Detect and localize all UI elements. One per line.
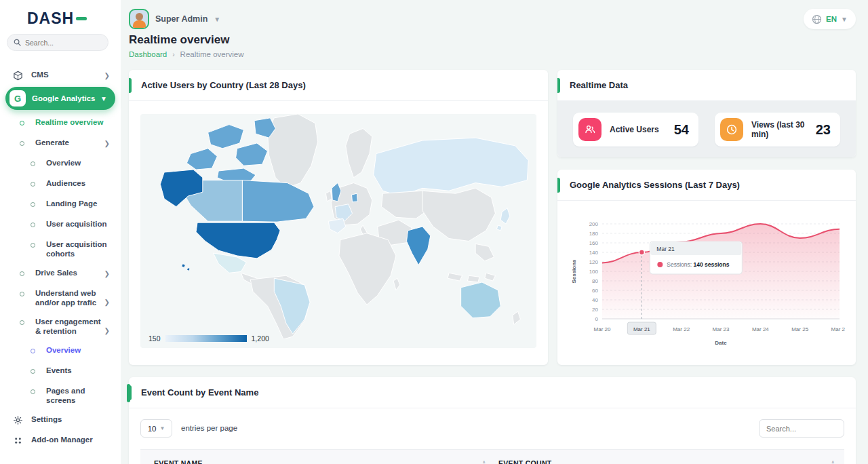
brand-logo[interactable]: DASH <box>27 9 87 28</box>
country-ireland[interactable] <box>326 191 332 201</box>
sidebar-item-landing-page[interactable]: Landing Page <box>0 194 121 214</box>
chevron-down-icon: ▼ <box>159 425 165 431</box>
sidebar-item-realtime-overview[interactable]: Realtime overview <box>0 113 121 133</box>
country-spain[interactable] <box>328 218 345 233</box>
x-axis-title: Date <box>715 340 727 346</box>
x-tick-label: Mar 24 <box>752 326 769 332</box>
sidebar-item-generate[interactable]: Generate❯ <box>0 133 121 153</box>
sidebar-scrollbar-thumb[interactable] <box>127 384 130 402</box>
card-accent-bar <box>129 78 132 93</box>
x-tick-label: Mar 26 <box>831 326 845 332</box>
world-map[interactable]: 150 1,200 <box>140 114 536 348</box>
y-tick-label: 60 <box>592 288 598 294</box>
user-menu[interactable]: Super Admin ▼ <box>129 9 220 29</box>
dot-icon <box>16 268 27 279</box>
language-selector[interactable]: EN ▼ <box>804 9 856 29</box>
y-tick-label: 100 <box>589 269 599 275</box>
y-tick-label: 20 <box>592 307 598 313</box>
country-africa[interactable] <box>339 233 396 305</box>
search-input[interactable] <box>25 39 100 47</box>
chevron-right-icon: ❯ <box>104 72 110 79</box>
sidebar-item-settings[interactable]: Settings <box>0 410 121 430</box>
sessions-card-title: Google Analytics Sessions (Last 7 Days) <box>570 180 740 190</box>
y-tick-label: 120 <box>589 259 599 265</box>
y-tick-label: 0 <box>595 316 599 322</box>
sidebar-item-label: Generate <box>35 138 106 147</box>
sidebar-item-add-on-manager[interactable]: Add-on Manager <box>0 430 121 450</box>
sidebar-item-events[interactable]: Events <box>0 361 121 381</box>
brand-logo-text: DASH <box>27 9 74 28</box>
search-icon <box>14 39 21 46</box>
sessions-chart-card: Google Analytics Sessions (Last 7 Days) … <box>557 170 856 365</box>
sidebar-item-google-analytics[interactable]: GGoogle Analytics▼ <box>5 87 115 110</box>
dot-icon <box>27 158 38 169</box>
sidebar-item-cms[interactable]: CMS❯ <box>0 65 121 85</box>
tooltip-title: Mar 21 <box>656 246 675 252</box>
country-russia[interactable] <box>374 138 528 196</box>
country-japan[interactable] <box>496 208 510 231</box>
country-hawaii[interactable] <box>182 264 191 271</box>
language-label: EN <box>826 15 837 23</box>
country-greenland[interactable] <box>268 114 318 188</box>
y-axis-title: Sessions <box>571 259 577 284</box>
x-tick-label: Mar 21 <box>633 326 650 332</box>
sidebar-item-user-acquisition-cohorts[interactable]: User acquisition cohorts <box>0 235 121 263</box>
country-china[interactable] <box>422 188 495 241</box>
stat-views-last-30-min-: Views (last 30 min)23 <box>715 113 840 147</box>
country-madagascar[interactable] <box>393 278 400 290</box>
sort-icon[interactable]: ▲▼ <box>482 460 486 464</box>
realtime-card-title: Realtime Data <box>570 80 628 90</box>
column-header-event-name[interactable]: EVENT NAME <box>154 459 203 464</box>
y-tick-label: 180 <box>589 231 599 237</box>
sidebar-item-overview[interactable]: Overview <box>0 153 121 174</box>
sidebar-item-label: User acquisition cohorts <box>46 239 111 258</box>
sidebar-search[interactable] <box>7 34 108 51</box>
entries-per-page-select[interactable]: 10 ▼ <box>140 419 172 438</box>
map-card: Active Users by Country (Last 28 Days) 1… <box>129 70 548 365</box>
g-icon: G <box>9 90 26 107</box>
choropleth-map-svg <box>140 114 536 339</box>
dot-icon <box>27 219 38 230</box>
country-usa[interactable] <box>196 223 280 258</box>
sidebar-item-label: Overview <box>46 345 111 355</box>
sidebar-item-label: Audiences <box>46 178 111 188</box>
dot-icon <box>16 138 27 149</box>
sidebar-item-label: CMS <box>31 70 102 79</box>
country-australia[interactable] <box>461 282 501 318</box>
sidebar-item-audiences[interactable]: Audiences <box>0 174 121 194</box>
sort-icon[interactable]: ▲▼ <box>831 460 835 464</box>
dot-icon <box>27 239 38 250</box>
sidebar-item-drive-sales[interactable]: Drive Sales❯ <box>0 263 121 284</box>
country-seasia[interactable] <box>475 244 494 260</box>
x-tick-label: Mar 23 <box>713 326 730 332</box>
dot-icon <box>27 199 38 210</box>
country-canada-east[interactable] <box>242 180 313 223</box>
country-india[interactable] <box>407 227 431 265</box>
country-scandinavia[interactable] <box>346 128 372 177</box>
sidebar-item-user-acquisition[interactable]: User acquisition <box>0 214 121 235</box>
breadcrumb-dashboard-link[interactable]: Dashboard <box>129 50 167 58</box>
country-netherlands[interactable] <box>352 193 358 202</box>
sidebar-item-overview[interactable]: Overview <box>0 341 121 361</box>
sidebar-item-understand-web-and-or-app-trafic[interactable]: Understand web and/or app trafic❯ <box>0 284 121 312</box>
sidebar-item-label: Overview <box>46 158 111 168</box>
country-canada-arch[interactable] <box>186 118 275 182</box>
page-title: Realtime overview <box>129 33 229 47</box>
map-legend: 150 1,200 <box>149 334 269 343</box>
y-tick-label: 160 <box>589 240 599 246</box>
y-tick-label: 200 <box>589 221 599 227</box>
column-header-event-count[interactable]: EVENT COUNT <box>498 459 552 464</box>
country-newzealand[interactable] <box>513 311 521 325</box>
events-card-title: Event Count by Event Name <box>141 387 258 398</box>
entries-value: 10 <box>148 425 157 433</box>
events-search-input[interactable] <box>759 419 844 438</box>
sessions-line-chart[interactable]: 020406080100120140160180200Mar 20Mar 21M… <box>568 205 845 361</box>
package-icon <box>12 70 23 81</box>
sidebar-item-pages-and-screens[interactable]: Pages and screens <box>0 381 121 410</box>
stat-active-users: Active Users54 <box>573 113 698 147</box>
legend-min: 150 <box>149 334 161 343</box>
sidebar-item-user-engagement-retention[interactable]: User engagement & retention❯ <box>0 312 121 341</box>
dot-icon <box>16 288 27 299</box>
country-indonesia[interactable] <box>448 273 495 282</box>
avatar <box>129 9 149 29</box>
